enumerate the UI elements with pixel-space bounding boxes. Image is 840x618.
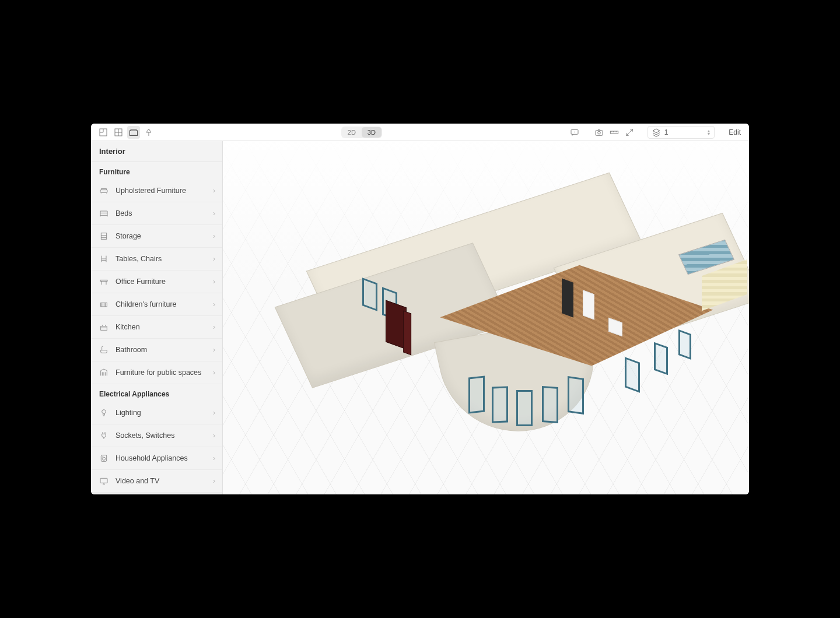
chevron-right-icon: ›	[213, 323, 215, 331]
sidebar: Interior Furniture Upholstered Furniture…	[91, 141, 223, 494]
chevron-right-icon: ›	[213, 232, 215, 240]
sidebar-item-appliances[interactable]: Household Appliances ›	[91, 447, 222, 470]
svg-rect-7	[610, 131, 618, 134]
kitchen-icon	[98, 321, 110, 333]
measure-icon[interactable]	[623, 126, 636, 139]
layers-stepper[interactable]: ▲▼	[706, 129, 710, 135]
chevron-right-icon: ›	[213, 368, 215, 377]
view-mode-toggle: 2D 3D	[341, 127, 382, 138]
chevron-right-icon: ›	[213, 346, 215, 354]
layers-selector[interactable]: 1 ▲▼	[648, 126, 715, 139]
layers-value: 1	[664, 128, 668, 136]
svg-point-16	[102, 457, 105, 460]
sidebar-item-label: Beds	[116, 209, 207, 217]
bulb-icon	[98, 407, 110, 419]
tool-interior-icon[interactable]	[127, 126, 140, 139]
camera-icon[interactable]	[593, 126, 606, 139]
sidebar-item-sockets[interactable]: Sockets, Switches ›	[91, 424, 222, 447]
app-body: Interior Furniture Upholstered Furniture…	[91, 141, 749, 494]
sidebar-item-label: Tables, Chairs	[116, 255, 207, 263]
tool-floorplan-icon[interactable]	[97, 126, 110, 139]
sidebar-item-public-spaces[interactable]: Furniture for public spaces ›	[91, 361, 222, 384]
chevron-right-icon: ›	[213, 409, 215, 417]
sidebar-item-kitchen[interactable]: Kitchen ›	[91, 316, 222, 339]
sidebar-title: Interior	[91, 141, 222, 162]
bathroom-icon	[98, 344, 110, 356]
public-icon	[98, 367, 110, 378]
sidebar-item-label: Kitchen	[116, 323, 207, 331]
sidebar-item-office[interactable]: Office Furniture ›	[91, 271, 222, 293]
tool-tree-icon[interactable]	[142, 126, 155, 139]
edit-button[interactable]: Edit	[726, 128, 743, 136]
sidebar-item-label: Sockets, Switches	[116, 431, 207, 440]
chevron-right-icon: ›	[213, 187, 215, 195]
svg-rect-9	[100, 213, 107, 215]
svg-rect-10	[101, 233, 106, 240]
plug-icon	[98, 430, 110, 441]
sidebar-item-label: Household Appliances	[116, 454, 207, 462]
svg-rect-17	[100, 478, 107, 483]
app-window: 2D 3D 1 ▲▼	[91, 124, 749, 494]
toolbar: 2D 3D 1 ▲▼	[91, 124, 749, 141]
sidebar-item-children[interactable]: Children's furniture ›	[91, 293, 222, 316]
svg-point-14	[102, 410, 106, 414]
svg-point-6	[597, 131, 600, 134]
sidebar-item-upholstered[interactable]: Upholstered Furniture ›	[91, 180, 222, 202]
sidebar-item-video-tv[interactable]: Video and TV ›	[91, 470, 222, 493]
svg-rect-11	[100, 280, 107, 281]
chevron-right-icon: ›	[213, 209, 215, 217]
view-mode-2d[interactable]: 2D	[342, 127, 362, 138]
sidebar-item-label: Children's furniture	[116, 300, 207, 308]
chevron-right-icon: ›	[213, 454, 215, 462]
sidebar-item-label: Storage	[116, 232, 207, 240]
ruler-icon[interactable]	[608, 126, 621, 139]
sofa-icon	[98, 185, 110, 196]
chevron-right-icon: ›	[213, 278, 215, 286]
chair-icon	[98, 253, 110, 265]
sidebar-item-label: Upholstered Furniture	[116, 187, 207, 195]
sidebar-item-lighting[interactable]: Lighting ›	[91, 402, 222, 424]
svg-rect-8	[100, 190, 107, 193]
sidebar-item-bathroom[interactable]: Bathroom ›	[91, 339, 222, 361]
chevron-right-icon: ›	[213, 255, 215, 263]
desk-icon	[98, 276, 110, 287]
sidebar-item-tables-chairs[interactable]: Tables, Chairs ›	[91, 248, 222, 271]
bed-icon	[98, 208, 110, 219]
section-header-furniture: Furniture	[91, 162, 222, 180]
sidebar-item-label: Video and TV	[116, 477, 207, 485]
svg-rect-2	[130, 131, 137, 135]
chevron-right-icon: ›	[213, 477, 215, 485]
sidebar-item-label: Bathroom	[116, 346, 207, 354]
svg-rect-13	[101, 326, 107, 331]
tv-icon	[98, 475, 110, 487]
view-mode-3d[interactable]: 3D	[362, 127, 382, 138]
section-header-electrical: Electrical Appliances	[91, 384, 222, 402]
layers-icon	[652, 128, 661, 137]
sidebar-item-beds[interactable]: Beds ›	[91, 202, 222, 225]
sidebar-item-label: Office Furniture	[116, 278, 207, 286]
chevron-right-icon: ›	[213, 300, 215, 308]
sidebar-item-storage[interactable]: Storage ›	[91, 225, 222, 248]
appliance-icon	[98, 452, 110, 464]
storage-icon	[98, 230, 110, 242]
chevron-right-icon: ›	[213, 431, 215, 440]
3d-viewport[interactable]	[223, 141, 749, 494]
floorplan-model	[258, 181, 713, 426]
comment-icon[interactable]	[568, 126, 581, 139]
crib-icon	[98, 299, 110, 310]
tool-grid-icon[interactable]	[112, 126, 125, 139]
sidebar-item-label: Furniture for public spaces	[116, 368, 207, 377]
svg-point-4	[574, 132, 575, 132]
sidebar-item-label: Lighting	[116, 409, 207, 417]
